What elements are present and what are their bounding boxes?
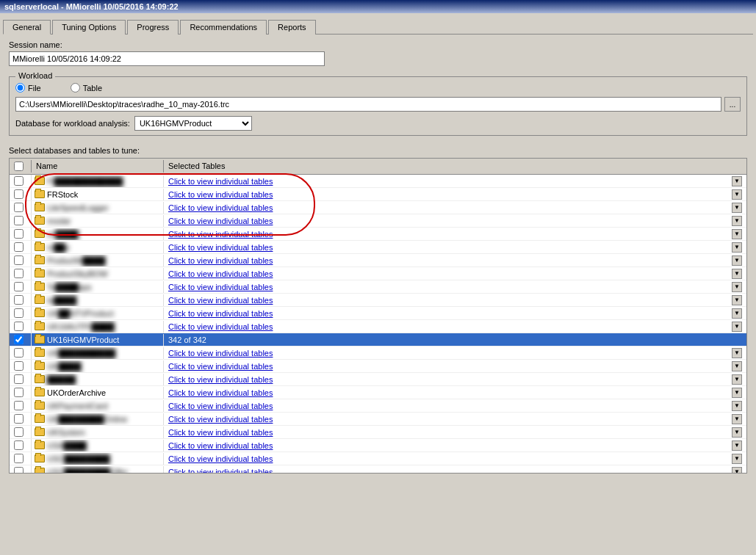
row-checkbox[interactable] xyxy=(14,203,24,212)
content-area: Session name: Workload File Table xyxy=(3,35,753,479)
view-tables-link[interactable]: Click to view individual tables xyxy=(168,256,273,265)
view-tables-link[interactable]: Click to view individual tables xyxy=(168,243,273,252)
dropdown-arrow-icon[interactable]: ▼ xyxy=(732,176,742,186)
row-checkbox[interactable] xyxy=(14,216,24,225)
dropdown-arrow-icon[interactable]: ▼ xyxy=(732,308,742,319)
row-checkbox[interactable] xyxy=(14,440,24,450)
db-select[interactable]: UK16HGMVProduct xyxy=(134,116,252,131)
row-checkbox[interactable] xyxy=(14,322,24,331)
folder-icon xyxy=(35,190,45,198)
tab-reports[interactable]: Reports xyxy=(268,20,316,35)
tab-recommendations[interactable]: Recommendations xyxy=(180,20,267,35)
header-checkbox[interactable] xyxy=(14,162,24,171)
dropdown-arrow-icon[interactable]: ▼ xyxy=(732,322,742,332)
radio-file[interactable] xyxy=(15,83,25,92)
view-tables-link[interactable]: Click to view individual tables xyxy=(168,349,273,358)
table-row: UKOrderArchiveClick to view individual t… xyxy=(10,386,746,399)
view-tables-link[interactable]: Click to view individual tables xyxy=(168,375,273,384)
dropdown-arrow-icon[interactable]: ▼ xyxy=(732,295,742,305)
view-tables-link[interactable]: Click to view individual tables xyxy=(168,441,273,450)
row-name: █████ xyxy=(47,375,76,384)
row-checkbox[interactable] xyxy=(14,467,24,474)
view-tables-link[interactable]: Click to view individual tables xyxy=(168,309,273,318)
dropdown-arrow-icon[interactable]: ▼ xyxy=(732,427,742,438)
row-checkbox[interactable] xyxy=(14,414,24,424)
file-path-input[interactable] xyxy=(15,97,721,112)
view-tables-link[interactable]: Click to view individual tables xyxy=(168,454,273,463)
row-checkbox[interactable] xyxy=(14,348,24,358)
view-tables-link[interactable]: Click to view individual tables xyxy=(168,428,273,437)
dropdown-arrow-icon[interactable]: ▼ xyxy=(732,216,742,226)
folder-icon xyxy=(35,296,45,304)
row-selected-cell: Click to view individual tables▼ xyxy=(164,452,746,465)
tab-tuning-options[interactable]: Tuning Options xyxy=(52,20,126,35)
session-name-input[interactable] xyxy=(9,51,325,66)
row-checkbox[interactable] xyxy=(14,361,24,371)
table-row: ta████Click to view individual tables▼ xyxy=(10,294,746,307)
view-tables-link[interactable]: Click to view individual tables xyxy=(168,322,273,331)
view-tables-link[interactable]: Click to view individual tables xyxy=(168,230,273,239)
row-checkbox[interactable] xyxy=(14,295,24,305)
folder-icon xyxy=(35,322,45,330)
radio-table[interactable] xyxy=(71,83,80,92)
dropdown-arrow-icon[interactable]: ▼ xyxy=(732,414,742,424)
dropdown-arrow-icon[interactable]: ▼ xyxy=(732,282,742,292)
dropdown-arrow-icon[interactable]: ▼ xyxy=(732,374,742,385)
dropdown-arrow-icon[interactable]: ▼ xyxy=(732,229,742,239)
folder-icon xyxy=(35,335,45,344)
dropdown-arrow-icon[interactable]: ▼ xyxy=(732,467,742,474)
row-checkbox[interactable] xyxy=(14,427,24,437)
folder-icon xyxy=(35,375,45,383)
table-row: FI████████████Click to view individual t… xyxy=(10,175,746,188)
view-tables-link[interactable]: Click to view individual tables xyxy=(168,388,273,397)
dropdown-arrow-icon[interactable]: ▼ xyxy=(732,454,742,464)
dropdown-arrow-icon[interactable]: ▼ xyxy=(732,189,742,200)
row-checkbox[interactable] xyxy=(14,255,24,265)
db-label: Database for workload analysis: xyxy=(15,119,130,128)
row-checkbox-cell xyxy=(10,254,32,266)
view-tables-link[interactable]: Click to view individual tables xyxy=(168,415,273,424)
row-checkbox[interactable] xyxy=(14,242,24,252)
row-name: UK16HGMVProduct xyxy=(47,335,119,344)
view-tables-link[interactable]: Click to view individual tables xyxy=(168,283,273,291)
row-selected-cell: Click to view individual tables▼ xyxy=(164,241,746,254)
row-name: Ta████aps xyxy=(47,283,92,291)
view-tables-link[interactable]: Click to view individual tables xyxy=(168,468,273,474)
browse-button[interactable]: ... xyxy=(724,97,741,112)
view-tables-link[interactable]: Click to view individual tables xyxy=(168,402,273,410)
dropdown-arrow-icon[interactable]: ▼ xyxy=(732,242,742,253)
view-tables-link[interactable]: Click to view individual tables xyxy=(168,177,273,186)
row-checkbox[interactable] xyxy=(14,401,24,410)
folder-icon xyxy=(35,428,45,436)
row-checkbox[interactable] xyxy=(14,176,24,186)
row-checkbox[interactable] xyxy=(14,335,24,344)
view-tables-link[interactable]: Click to view individual tables xyxy=(168,362,273,371)
view-tables-link[interactable]: Click to view individual tables xyxy=(168,190,273,199)
table-row: ProductSkyBOWClick to view individual ta… xyxy=(10,267,746,280)
dropdown-arrow-icon[interactable]: ▼ xyxy=(732,269,742,279)
row-checkbox[interactable] xyxy=(14,282,24,291)
tab-general[interactable]: General xyxy=(3,20,51,35)
dropdown-arrow-icon[interactable]: ▼ xyxy=(732,401,742,411)
view-tables-link[interactable]: Click to view individual tables xyxy=(168,217,273,225)
row-selected-cell: Click to view individual tables▼ xyxy=(164,188,746,201)
radio-table-item[interactable]: Table xyxy=(71,83,102,92)
view-tables-link[interactable]: Click to view individual tables xyxy=(168,269,273,278)
row-checkbox[interactable] xyxy=(14,388,24,397)
dropdown-arrow-icon[interactable]: ▼ xyxy=(732,440,742,451)
view-tables-link[interactable]: Click to view individual tables xyxy=(168,296,273,305)
row-checkbox[interactable] xyxy=(14,374,24,384)
dropdown-arrow-icon[interactable]: ▼ xyxy=(732,255,742,266)
view-tables-link[interactable]: Click to view individual tables xyxy=(168,203,273,212)
radio-file-item[interactable]: File xyxy=(15,83,41,92)
row-checkbox[interactable] xyxy=(14,308,24,318)
dropdown-arrow-icon[interactable]: ▼ xyxy=(732,361,742,371)
row-checkbox[interactable] xyxy=(14,189,24,199)
row-checkbox[interactable] xyxy=(14,229,24,239)
row-checkbox[interactable] xyxy=(14,454,24,463)
dropdown-arrow-icon[interactable]: ▼ xyxy=(732,203,742,213)
dropdown-arrow-icon[interactable]: ▼ xyxy=(732,348,742,358)
row-checkbox[interactable] xyxy=(14,269,24,278)
dropdown-arrow-icon[interactable]: ▼ xyxy=(732,388,742,398)
tab-progress[interactable]: Progress xyxy=(127,20,179,35)
